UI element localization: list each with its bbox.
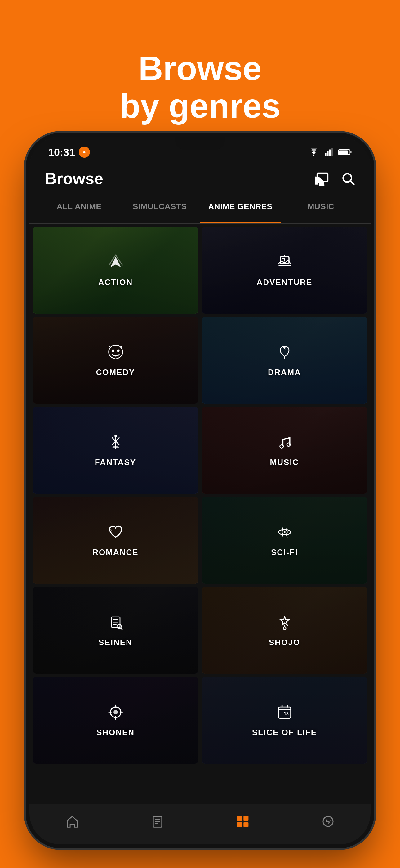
svg-point-14: [112, 349, 114, 352]
header-icons: [315, 172, 355, 186]
svg-point-36: [113, 710, 118, 714]
discover-icon: [321, 814, 335, 829]
genre-card-seinen[interactable]: SEINEN: [33, 587, 198, 674]
shojo-label: SHOJO: [269, 638, 300, 647]
cast-icon[interactable]: [315, 172, 330, 186]
svg-rect-50: [237, 815, 242, 820]
romance-label: ROMANCE: [92, 548, 138, 557]
genre-card-comedy[interactable]: COMEDY: [33, 317, 198, 404]
nav-watchlist[interactable]: [151, 814, 165, 829]
fantasy-label: FANTASY: [95, 458, 136, 467]
scifi-icon: [276, 523, 293, 545]
svg-line-32: [121, 628, 122, 629]
battery-icon: [338, 148, 352, 156]
watchlist-icon: [151, 814, 165, 829]
genre-card-adventure[interactable]: ADVENTURE: [202, 227, 367, 314]
content-area: ACTION: [29, 223, 371, 804]
comedy-icon: [107, 343, 124, 365]
svg-rect-2: [329, 150, 331, 156]
status-icons: [308, 148, 352, 156]
svg-text:18: 18: [284, 711, 289, 716]
genre-card-shojo[interactable]: SHOJO: [202, 587, 367, 674]
svg-rect-3: [331, 148, 333, 156]
adventure-label: ADVENTURE: [257, 278, 312, 287]
genre-card-music[interactable]: MUSIC: [202, 407, 367, 494]
adventure-icon: [276, 253, 293, 274]
svg-line-9: [351, 181, 354, 185]
genre-card-action[interactable]: ACTION: [33, 227, 198, 314]
svg-rect-6: [351, 151, 351, 153]
action-label: ACTION: [98, 278, 133, 287]
svg-point-18: [114, 435, 116, 437]
nav-discover[interactable]: [321, 814, 335, 829]
tab-simulcasts[interactable]: SIMULCASTS: [120, 195, 200, 223]
genre-card-romance[interactable]: ROMANCE: [33, 497, 198, 584]
sol-label: SLICE OF LIFE: [252, 728, 317, 737]
svg-rect-12: [282, 258, 284, 261]
phone-screen: 10:31 ●: [29, 136, 371, 844]
genre-card-scifi[interactable]: SCI-FI: [202, 497, 367, 584]
search-icon[interactable]: [341, 172, 355, 186]
svg-rect-1: [327, 151, 329, 156]
shonen-icon: [107, 704, 124, 724]
nav-home[interactable]: [65, 814, 79, 829]
genre-card-slice-of-life[interactable]: 18 SLICE OF LIFE: [202, 677, 367, 764]
tab-music[interactable]: MUSIC: [280, 195, 361, 223]
genre-grid: ACTION: [29, 223, 371, 767]
tab-all-anime[interactable]: ALL ANIME: [39, 195, 120, 223]
svg-rect-51: [243, 815, 248, 820]
svg-point-15: [117, 349, 120, 352]
action-icon: [107, 253, 124, 274]
genre-card-fantasy[interactable]: FANTASY: [33, 407, 198, 494]
svg-point-55: [327, 820, 329, 822]
svg-line-22: [283, 438, 290, 440]
tab-anime-genres[interactable]: ANIME GENRES: [200, 195, 280, 223]
svg-point-21: [287, 443, 290, 446]
drama-icon: [276, 343, 293, 365]
drama-label: DRAMA: [268, 368, 301, 377]
cr-status-icon: ●: [79, 147, 90, 158]
romance-icon: [107, 523, 124, 545]
music-icon: [276, 433, 293, 455]
fantasy-icon: [107, 433, 124, 455]
app-title: Browse: [45, 169, 103, 188]
seinen-label: SEINEN: [99, 638, 132, 647]
phone-notch: [175, 136, 225, 150]
svg-point-33: [283, 627, 286, 629]
status-time: 10:31 ●: [48, 146, 90, 158]
phone-frame: 10:31 ●: [29, 136, 371, 844]
svg-rect-52: [237, 822, 242, 827]
svg-rect-5: [339, 151, 347, 154]
shonen-label: SHONEN: [96, 728, 135, 737]
scifi-label: SCI-FI: [271, 548, 298, 557]
music-label: MUSIC: [270, 458, 299, 467]
genre-card-drama[interactable]: DRAMA: [202, 317, 367, 404]
shojo-icon: [276, 614, 293, 634]
tabs-bar: ALL ANIME SIMULCASTS ANIME GENRES MUSIC: [29, 195, 371, 223]
seinen-icon: [107, 614, 124, 634]
browse-icon: [236, 814, 250, 829]
svg-rect-53: [243, 822, 248, 827]
genre-card-shonen[interactable]: SHONEN: [33, 677, 198, 764]
signal-icon: [325, 148, 333, 156]
nav-browse[interactable]: [236, 814, 250, 829]
wifi-icon: [308, 148, 320, 156]
svg-rect-0: [325, 153, 327, 156]
app-header: Browse: [29, 161, 371, 195]
sol-icon: 18: [276, 704, 293, 724]
bottom-nav: [29, 804, 371, 844]
home-icon: [65, 814, 79, 829]
comedy-label: COMEDY: [96, 368, 135, 377]
hero-title: Browse by genres: [120, 49, 280, 124]
